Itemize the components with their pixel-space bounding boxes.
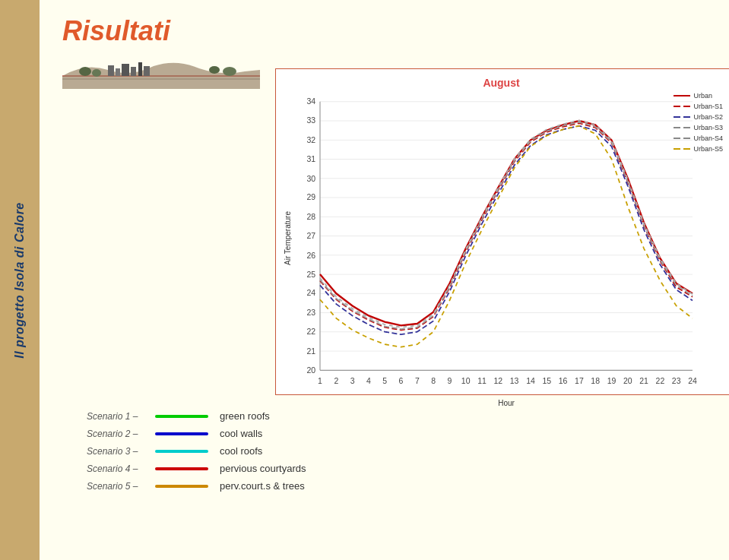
svg-text:16: 16 <box>559 376 568 385</box>
svg-point-10 <box>209 66 220 74</box>
svg-rect-2 <box>108 65 114 76</box>
sidebar-label: Il progetto Isola di Calore <box>13 202 27 359</box>
y-axis-label: Air Temperature <box>284 93 292 384</box>
svg-text:23: 23 <box>306 308 315 317</box>
page-title: Risultati <box>62 15 706 47</box>
svg-text:25: 25 <box>306 270 315 279</box>
svg-rect-7 <box>144 66 150 76</box>
scenario-3-label: Scenario 3 – <box>87 446 155 457</box>
svg-text:17: 17 <box>575 376 584 385</box>
svg-text:31: 31 <box>306 154 315 163</box>
svg-point-8 <box>79 67 91 76</box>
svg-text:20: 20 <box>306 365 315 375</box>
svg-text:29: 29 <box>306 192 315 201</box>
scenario-5-label: Scenario 5 – <box>87 481 155 492</box>
svg-text:4: 4 <box>366 376 371 385</box>
svg-text:13: 13 <box>510 376 519 385</box>
scenario-3-desc: cool roofs <box>220 445 262 457</box>
scenario-2-desc: cool walls <box>220 428 262 439</box>
scenario-1-desc: green roofs <box>220 410 270 422</box>
scenario-1-line <box>155 415 208 418</box>
scenario-row-5: Scenario 5 – perv.court.s & trees <box>87 480 505 492</box>
svg-text:6: 6 <box>399 376 404 385</box>
scenario-row-4: Scenario 4 – pervious courtyards <box>87 463 505 474</box>
svg-text:34: 34 <box>306 96 315 106</box>
chart-plot-area: .grid-line { stroke: #ddd; stroke-width:… <box>293 93 719 384</box>
svg-text:27: 27 <box>306 231 315 240</box>
main-content: Risultati August <box>40 0 729 560</box>
svg-text:5: 5 <box>382 376 387 385</box>
svg-text:1: 1 <box>318 376 322 385</box>
svg-rect-6 <box>138 62 142 76</box>
scenario-2-label: Scenario 2 – <box>87 429 155 439</box>
scenario-4-label: Scenario 4 – <box>87 464 155 474</box>
svg-text:7: 7 <box>415 376 420 385</box>
chart-area: Air Temperature .grid-line { stroke: #dd… <box>284 93 719 384</box>
svg-text:19: 19 <box>607 376 616 385</box>
scenario-2-line <box>155 432 208 435</box>
scenario-5-desc: perv.court.s & trees <box>220 480 305 492</box>
chart-title: August <box>284 77 719 89</box>
scenarios-section: Scenario 1 – green roofs Scenario 2 – co… <box>87 410 505 498</box>
svg-text:33: 33 <box>306 115 315 125</box>
chart-container: August Urban Urban-S1 Urban-S2 Urban-S3 … <box>275 68 729 395</box>
svg-text:30: 30 <box>306 174 315 183</box>
svg-text:8: 8 <box>431 376 436 385</box>
svg-text:23: 23 <box>672 376 681 385</box>
svg-text:26: 26 <box>306 251 315 260</box>
svg-point-11 <box>223 67 236 76</box>
svg-text:21: 21 <box>306 346 315 356</box>
svg-text:21: 21 <box>639 376 648 385</box>
scenario-row-3: Scenario 3 – cool roofs <box>87 445 505 457</box>
svg-text:24: 24 <box>688 376 697 385</box>
svg-text:9: 9 <box>448 376 452 385</box>
svg-text:22: 22 <box>656 376 665 385</box>
svg-text:3: 3 <box>350 376 355 385</box>
scenario-4-line <box>155 467 208 470</box>
svg-text:2: 2 <box>334 376 338 385</box>
svg-text:24: 24 <box>306 288 315 297</box>
svg-text:28: 28 <box>306 212 315 221</box>
chart-svg: .grid-line { stroke: #ddd; stroke-width:… <box>293 93 719 397</box>
sidebar: Il progetto Isola di Calore <box>0 0 40 560</box>
svg-text:12: 12 <box>494 376 503 385</box>
scenario-4-desc: pervious courtyards <box>220 463 306 474</box>
svg-rect-4 <box>122 64 129 76</box>
cityscape-image <box>62 55 260 89</box>
svg-rect-3 <box>116 68 120 76</box>
svg-point-9 <box>92 69 101 77</box>
svg-text:32: 32 <box>306 135 315 144</box>
svg-text:11: 11 <box>477 376 487 385</box>
x-axis-label: Hour <box>293 399 719 407</box>
scenario-3-line <box>155 450 208 453</box>
svg-text:18: 18 <box>591 376 600 385</box>
svg-text:10: 10 <box>461 376 471 385</box>
svg-text:22: 22 <box>306 327 315 336</box>
scenario-1-label: Scenario 1 – <box>87 411 155 422</box>
svg-text:15: 15 <box>542 376 551 385</box>
svg-text:20: 20 <box>623 376 632 385</box>
svg-rect-5 <box>131 67 136 76</box>
scenario-row-2: Scenario 2 – cool walls <box>87 428 505 439</box>
scenario-row-1: Scenario 1 – green roofs <box>87 410 505 422</box>
scenario-5-line <box>155 485 208 488</box>
svg-text:14: 14 <box>526 376 535 385</box>
